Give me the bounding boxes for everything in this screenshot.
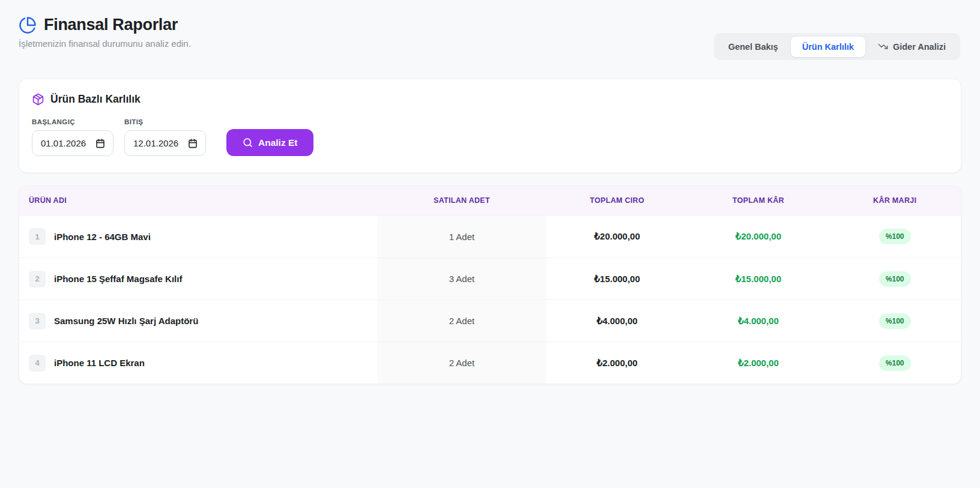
column-header-margin: KÂR MARJI <box>829 186 961 215</box>
card-title: Ürün Bazlı Karlılık <box>50 93 141 106</box>
tab-label: Genel Bakış <box>728 42 778 52</box>
page-subtitle: İşletmenizin finansal durumunu analiz ed… <box>19 38 191 49</box>
row-number-badge: 3 <box>29 313 46 330</box>
revenue-cell: ₺4.000,00 <box>546 316 688 327</box>
profitability-table-card: ÜRÜN ADI SATILAN ADET TOPLAM CIRO TOPLAM… <box>19 185 961 384</box>
product-cell: 4 iPhone 11 LCD Ekran <box>19 342 377 384</box>
revenue-cell: ₺2.000,00 <box>546 358 688 369</box>
quantity-cell: 1 Adet <box>377 215 546 258</box>
tab-urun-karlilik[interactable]: Ürün Karlılık <box>791 37 865 57</box>
profit-cell: ₺15.000,00 <box>688 274 829 285</box>
package-icon <box>32 93 44 106</box>
profit-cell: ₺4.000,00 <box>688 316 829 327</box>
row-number-badge: 2 <box>29 271 46 288</box>
table-header: ÜRÜN ADI SATILAN ADET TOPLAM CIRO TOPLAM… <box>19 186 961 215</box>
margin-badge: %100 <box>879 229 911 244</box>
margin-cell: %100 <box>829 355 961 371</box>
quantity-cell: 2 Adet <box>377 300 546 342</box>
analyze-button[interactable]: Analiz Et <box>226 129 313 156</box>
product-cell: 1 iPhone 12 - 64GB Mavi <box>19 215 377 258</box>
search-icon <box>243 137 253 148</box>
table-row: 4 iPhone 11 LCD Ekran 2 Adet ₺2.000,00 ₺… <box>19 342 961 384</box>
product-name: Samsung 25W Hızlı Şarj Adaptörü <box>54 316 198 326</box>
quantity-cell: 3 Adet <box>377 258 546 300</box>
start-date-label: BAŞLANGIÇ <box>32 118 113 125</box>
tab-label: Ürün Karlılık <box>802 42 854 52</box>
end-date-value: 12.01.2026 <box>133 138 178 148</box>
column-header-profit: TOPLAM KÂR <box>688 186 829 215</box>
table-row: 3 Samsung 25W Hızlı Şarj Adaptörü 2 Adet… <box>19 300 961 342</box>
end-date-input[interactable]: 12.01.2026 <box>124 130 206 156</box>
profit-cell: ₺20.000,00 <box>688 231 829 242</box>
revenue-cell: ₺20.000,00 <box>546 231 688 242</box>
trending-down-icon <box>878 41 888 52</box>
tab-label: Gider Analizi <box>893 42 946 52</box>
column-header-revenue: TOPLAM CIRO <box>546 186 688 215</box>
start-date-input[interactable]: 01.01.2026 <box>32 130 113 156</box>
report-tabs: Genel Bakış Ürün Karlılık Gider Analizi <box>714 33 960 60</box>
start-date-field: BAŞLANGIÇ 01.01.2026 <box>32 118 113 156</box>
product-name: iPhone 15 Şeffaf Magsafe Kılıf <box>54 274 182 284</box>
table-body: 1 iPhone 12 - 64GB Mavi 1 Adet ₺20.000,0… <box>19 215 961 384</box>
quantity-cell: 2 Adet <box>377 342 546 384</box>
row-number-badge: 1 <box>29 228 46 245</box>
analyze-button-label: Analiz Et <box>258 137 297 148</box>
tab-genel-bakis[interactable]: Genel Bakış <box>717 37 790 57</box>
column-header-quantity: SATILAN ADET <box>377 186 546 215</box>
table-row: 1 iPhone 12 - 64GB Mavi 1 Adet ₺20.000,0… <box>19 215 961 258</box>
filter-row: BAŞLANGIÇ 01.01.2026 BITIŞ <box>32 118 948 156</box>
row-number-badge: 4 <box>29 355 46 372</box>
financial-reports-page: Finansal Raporlar İşletmenizin finansal … <box>0 0 980 488</box>
calendar-icon[interactable] <box>95 139 105 148</box>
page-title: Finansal Raporlar <box>44 16 178 34</box>
product-name: iPhone 12 - 64GB Mavi <box>54 232 151 242</box>
title-block: Finansal Raporlar İşletmenizin finansal … <box>19 16 191 49</box>
margin-badge: %100 <box>879 355 911 371</box>
margin-cell: %100 <box>829 229 961 244</box>
margin-cell: %100 <box>829 271 961 287</box>
table-row: 2 iPhone 15 Şeffaf Magsafe Kılıf 3 Adet … <box>19 258 961 300</box>
pie-chart-icon <box>19 16 37 34</box>
start-date-value: 01.01.2026 <box>41 138 86 148</box>
margin-badge: %100 <box>879 313 911 329</box>
product-profitability-filter-card: Ürün Bazlı Karlılık BAŞLANGIÇ 01.01.2026 <box>19 79 961 173</box>
calendar-icon[interactable] <box>188 139 198 148</box>
product-cell: 3 Samsung 25W Hızlı Şarj Adaptörü <box>19 300 377 342</box>
profit-cell: ₺2.000,00 <box>688 358 829 369</box>
margin-badge: %100 <box>879 271 911 287</box>
tab-gider-analizi[interactable]: Gider Analizi <box>867 36 957 57</box>
topbar: Finansal Raporlar İşletmenizin finansal … <box>0 0 980 60</box>
product-name: iPhone 11 LCD Ekran <box>54 358 145 368</box>
margin-cell: %100 <box>829 313 961 329</box>
end-date-field: BITIŞ 12.01.2026 <box>124 118 206 156</box>
product-cell: 2 iPhone 15 Şeffaf Magsafe Kılıf <box>19 258 377 300</box>
revenue-cell: ₺15.000,00 <box>546 274 688 285</box>
column-header-product: ÜRÜN ADI <box>19 186 377 215</box>
end-date-label: BITIŞ <box>124 118 206 125</box>
